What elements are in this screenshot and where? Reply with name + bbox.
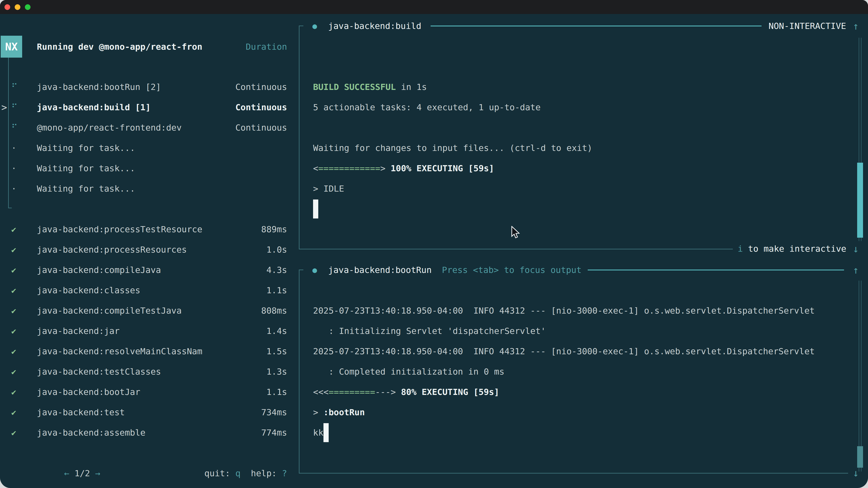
status-bar: ← 1/2 → quit: q help: ? xyxy=(0,463,287,484)
task-label: java-backend:test xyxy=(37,408,125,417)
task-row[interactable] xyxy=(0,199,287,219)
output-line: 2025-07-23T13:40:18.950-04:00 INFO 44312… xyxy=(313,341,815,361)
check-icon: ✔ xyxy=(11,225,16,234)
task-label: java-backend:bootRun [2] xyxy=(37,82,161,92)
task-row[interactable]: ✔java-backend:jar1.4s xyxy=(0,321,287,341)
task-duration: 1.5s xyxy=(266,346,287,356)
panel-left-border xyxy=(299,269,300,473)
close-button[interactable] xyxy=(4,4,10,10)
task-duration: 1.1s xyxy=(266,285,287,295)
output-line: > IDLE xyxy=(313,178,592,199)
panel-bottom-border xyxy=(299,249,733,250)
task-row[interactable]: ✔java-backend:compileTestJava808ms xyxy=(0,300,287,321)
scroll-up-icon[interactable]: ↑ xyxy=(851,260,861,280)
check-icon: ✔ xyxy=(11,387,16,397)
output-line xyxy=(313,118,592,138)
titlebar xyxy=(0,0,868,14)
task-row[interactable]: ✔java-backend:testClasses1.3s xyxy=(0,361,287,382)
task-label: Waiting for task... xyxy=(37,163,135,173)
focus-output-hint: Press <tab> to focus output xyxy=(442,260,582,280)
scroll-down-icon[interactable]: ↓ xyxy=(851,463,861,483)
task-row[interactable]: ✔java-backend:processResources1.0s xyxy=(0,239,287,260)
scroll-up-icon[interactable]: ↑ xyxy=(851,16,861,36)
output-line: kk xyxy=(313,422,815,443)
panel-left-border xyxy=(299,26,300,250)
task-row[interactable]: ✔java-backend:classes1.1s xyxy=(0,280,287,300)
output-line: Waiting for changes to input files... (c… xyxy=(313,138,592,158)
output-line: <============> 100% EXECUTING [59s] xyxy=(313,158,592,178)
task-row[interactable]: ⠋java-backend:bootRun [2]Continuous xyxy=(0,77,287,97)
output-line: > :bootRun xyxy=(313,402,815,422)
panel-title: java-backend:build xyxy=(328,16,421,36)
task-duration: Continuous xyxy=(235,82,287,92)
task-list-header: Running dev @mono-app/react-fron Duratio… xyxy=(37,36,287,58)
spinner-icon: ⠋ xyxy=(11,102,18,112)
task-label: java-backend:processResources xyxy=(37,245,187,255)
spinner-icon: ⠋ xyxy=(11,123,18,133)
task-duration: 1.1s xyxy=(266,387,287,397)
pager: ← 1/2 → xyxy=(12,458,100,488)
task-row[interactable]: ✔java-backend:compileJava4.3s xyxy=(0,260,287,280)
dot-icon: · xyxy=(11,184,17,194)
task-label: @mono-app/react-frontend:dev xyxy=(37,123,182,133)
task-duration: 1.0s xyxy=(266,245,287,255)
task-row[interactable]: ✔java-backend:processTestResource889ms xyxy=(0,219,287,239)
task-duration: 734ms xyxy=(261,408,287,417)
task-row[interactable]: ·Waiting for task... xyxy=(0,138,287,158)
duration-column-header: Duration xyxy=(246,42,287,52)
scroll-down-icon[interactable]: ↓ xyxy=(851,238,861,259)
task-row[interactable]: ✔java-backend:assemble774ms xyxy=(0,422,287,443)
output-line: : Initializing Servlet 'dispatcherServle… xyxy=(313,321,815,341)
check-icon: ✔ xyxy=(11,286,16,295)
help-key: ? xyxy=(282,468,287,478)
output-line xyxy=(313,199,592,219)
minimize-button[interactable] xyxy=(15,4,20,10)
panel-header-rule xyxy=(431,26,762,26)
check-icon: ✔ xyxy=(11,408,16,417)
task-label: java-backend:testClasses xyxy=(37,367,161,377)
task-row[interactable]: >⠋java-backend:build [1]Continuous xyxy=(0,97,287,118)
task-duration: 1.4s xyxy=(266,326,287,336)
pager-prev-arrow-icon[interactable]: ← xyxy=(64,468,69,478)
task-row[interactable]: ·Waiting for task... xyxy=(0,178,287,199)
panel-bottom-border xyxy=(299,473,848,474)
mouse-cursor-icon xyxy=(510,226,520,239)
task-row[interactable]: ⠋@mono-app/react-frontend:devContinuous xyxy=(0,118,287,138)
pager-next-arrow-icon[interactable]: → xyxy=(95,468,100,478)
key-hints: quit: q help: ? xyxy=(204,468,287,478)
task-label: Waiting for task... xyxy=(37,184,135,194)
build-output-text[interactable]: BUILD SUCCESSFUL in 1s5 actionable tasks… xyxy=(313,77,592,219)
zoom-button[interactable] xyxy=(25,4,31,10)
task-duration: 889ms xyxy=(261,224,287,234)
panel-title: java-backend:bootRun xyxy=(328,260,432,280)
terminal-cursor xyxy=(323,423,329,442)
panel-corner xyxy=(299,26,303,26)
bootrun-output-text[interactable]: 2025-07-23T13:40:18.950-04:00 INFO 44312… xyxy=(313,300,815,443)
interactive-key: i xyxy=(738,244,743,254)
task-duration: 774ms xyxy=(261,428,287,437)
output-line: <<<=========---> 80% EXECUTING [59s] xyxy=(313,382,815,402)
scrollbar-thumb[interactable] xyxy=(857,163,863,238)
task-label: java-backend:compileJava xyxy=(37,265,161,275)
task-duration: Continuous xyxy=(235,102,287,112)
task-label: java-backend:classes xyxy=(37,285,141,295)
task-duration: 4.3s xyxy=(266,265,287,275)
check-icon: ✔ xyxy=(11,245,16,254)
panel-header-rule xyxy=(588,269,844,270)
task-row[interactable]: ✔java-backend:resolveMainClassNam1.5s xyxy=(0,341,287,361)
task-row[interactable]: ✔java-backend:bootJar1.1s xyxy=(0,382,287,402)
task-row[interactable]: ·Waiting for task... xyxy=(0,158,287,178)
output-line: BUILD SUCCESSFUL in 1s xyxy=(313,77,592,97)
output-line: : Completed initialization in 0 ms xyxy=(313,361,815,382)
spinner-icon: ⠋ xyxy=(11,82,18,92)
output-line: 5 actionable tasks: 4 executed, 1 up-to-… xyxy=(313,97,592,118)
dot-icon: · xyxy=(11,143,17,153)
selected-task-arrow-icon: > xyxy=(1,102,7,113)
scrollbar-track[interactable] xyxy=(859,281,862,471)
make-interactive-hint: i to make interactive xyxy=(701,238,846,259)
check-icon: ✔ xyxy=(11,326,16,336)
task-label: java-backend:build [1] xyxy=(37,102,151,112)
task-label: java-backend:bootJar xyxy=(37,387,141,397)
task-row[interactable]: ✔java-backend:test734ms xyxy=(0,402,287,422)
task-duration: Continuous xyxy=(235,123,287,133)
